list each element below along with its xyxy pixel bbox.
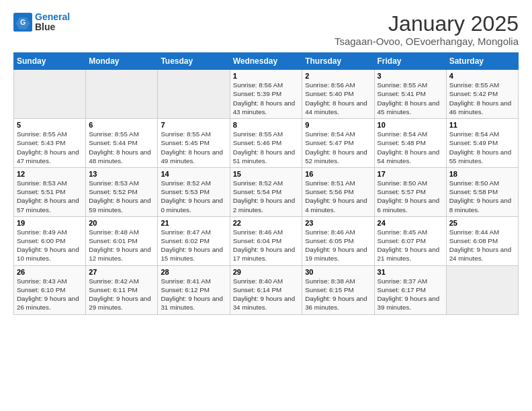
- day-info: Sunrise: 8:55 AMSunset: 5:41 PMDaylight:…: [378, 81, 443, 116]
- table-row: 4 Sunrise: 8:55 AMSunset: 5:42 PMDayligh…: [446, 70, 518, 119]
- day-number: 31: [378, 268, 443, 276]
- table-row: 22 Sunrise: 8:46 AMSunset: 6:04 PMDaylig…: [230, 216, 302, 265]
- day-number: 29: [233, 268, 300, 276]
- day-number: 21: [161, 219, 226, 227]
- day-info: Sunrise: 8:47 AMSunset: 6:02 PMDaylight:…: [161, 228, 226, 263]
- day-number: 1: [233, 72, 300, 80]
- table-row: 25 Sunrise: 8:44 AMSunset: 6:08 PMDaylig…: [446, 216, 518, 265]
- day-info: Sunrise: 8:46 AMSunset: 6:05 PMDaylight:…: [305, 228, 371, 263]
- table-row: 1 Sunrise: 8:56 AMSunset: 5:39 PMDayligh…: [230, 70, 302, 119]
- table-row: 29 Sunrise: 8:40 AMSunset: 6:14 PMDaylig…: [230, 265, 302, 314]
- day-number: 30: [305, 268, 371, 276]
- table-row: 17 Sunrise: 8:50 AMSunset: 5:57 PMDaylig…: [374, 167, 446, 216]
- day-info: Sunrise: 8:44 AMSunset: 6:08 PMDaylight:…: [449, 228, 515, 263]
- table-row: 10 Sunrise: 8:54 AMSunset: 5:48 PMDaylig…: [374, 119, 446, 168]
- day-number: 23: [305, 219, 371, 227]
- logo-line1: General: [35, 11, 70, 22]
- svg-text:G: G: [20, 18, 26, 26]
- day-info: Sunrise: 8:51 AMSunset: 5:56 PMDaylight:…: [305, 179, 371, 214]
- table-row: 21 Sunrise: 8:47 AMSunset: 6:02 PMDaylig…: [158, 216, 230, 265]
- table-row: 7 Sunrise: 8:55 AMSunset: 5:45 PMDayligh…: [158, 119, 230, 168]
- day-info: Sunrise: 8:43 AMSunset: 6:10 PMDaylight:…: [17, 277, 83, 312]
- day-info: Sunrise: 8:41 AMSunset: 6:12 PMDaylight:…: [161, 277, 226, 312]
- logo-line2: Blue: [35, 22, 70, 32]
- calendar: Sunday Monday Tuesday Wednesday Thursday…: [13, 52, 519, 314]
- table-row: 31 Sunrise: 8:37 AMSunset: 6:17 PMDaylig…: [374, 265, 446, 314]
- calendar-header-row: Sunday Monday Tuesday Wednesday Thursday…: [14, 53, 519, 70]
- day-number: 28: [161, 268, 226, 276]
- day-info: Sunrise: 8:55 AMSunset: 5:45 PMDaylight:…: [161, 130, 226, 165]
- table-row: [158, 70, 230, 119]
- day-info: Sunrise: 8:46 AMSunset: 6:04 PMDaylight:…: [233, 228, 300, 263]
- calendar-week-row: 26 Sunrise: 8:43 AMSunset: 6:10 PMDaylig…: [14, 265, 519, 314]
- col-sunday: Sunday: [14, 53, 86, 70]
- table-row: 8 Sunrise: 8:55 AMSunset: 5:46 PMDayligh…: [230, 119, 302, 168]
- day-number: 3: [378, 72, 443, 80]
- table-row: 28 Sunrise: 8:41 AMSunset: 6:12 PMDaylig…: [158, 265, 230, 314]
- day-info: Sunrise: 8:53 AMSunset: 5:52 PMDaylight:…: [89, 179, 154, 214]
- logo-icon: G: [13, 13, 32, 32]
- day-info: Sunrise: 8:38 AMSunset: 6:15 PMDaylight:…: [305, 277, 371, 312]
- day-number: 24: [378, 219, 443, 227]
- calendar-week-row: 12 Sunrise: 8:53 AMSunset: 5:51 PMDaylig…: [14, 167, 519, 216]
- table-row: 13 Sunrise: 8:53 AMSunset: 5:52 PMDaylig…: [86, 167, 158, 216]
- day-number: 2: [305, 72, 371, 80]
- day-info: Sunrise: 8:54 AMSunset: 5:49 PMDaylight:…: [449, 130, 515, 165]
- table-row: [86, 70, 158, 119]
- table-row: 12 Sunrise: 8:53 AMSunset: 5:51 PMDaylig…: [14, 167, 86, 216]
- table-row: 19 Sunrise: 8:49 AMSunset: 6:00 PMDaylig…: [14, 216, 86, 265]
- calendar-week-row: 5 Sunrise: 8:55 AMSunset: 5:43 PMDayligh…: [14, 119, 519, 168]
- table-row: 16 Sunrise: 8:51 AMSunset: 5:56 PMDaylig…: [302, 167, 374, 216]
- day-number: 18: [449, 170, 515, 178]
- day-info: Sunrise: 8:54 AMSunset: 5:47 PMDaylight:…: [305, 130, 371, 165]
- day-number: 5: [17, 121, 83, 129]
- table-row: 11 Sunrise: 8:54 AMSunset: 5:49 PMDaylig…: [446, 119, 518, 168]
- calendar-week-row: 19 Sunrise: 8:49 AMSunset: 6:00 PMDaylig…: [14, 216, 519, 265]
- col-friday: Friday: [374, 53, 446, 70]
- col-saturday: Saturday: [446, 53, 518, 70]
- calendar-week-row: 1 Sunrise: 8:56 AMSunset: 5:39 PMDayligh…: [14, 70, 519, 119]
- day-info: Sunrise: 8:56 AMSunset: 5:39 PMDaylight:…: [233, 81, 300, 116]
- day-info: Sunrise: 8:55 AMSunset: 5:46 PMDaylight:…: [233, 130, 300, 165]
- table-row: 27 Sunrise: 8:42 AMSunset: 6:11 PMDaylig…: [86, 265, 158, 314]
- day-number: 8: [233, 121, 300, 129]
- day-info: Sunrise: 8:55 AMSunset: 5:42 PMDaylight:…: [449, 81, 515, 116]
- day-number: 15: [233, 170, 300, 178]
- table-row: 23 Sunrise: 8:46 AMSunset: 6:05 PMDaylig…: [302, 216, 374, 265]
- day-info: Sunrise: 8:50 AMSunset: 5:57 PMDaylight:…: [378, 179, 443, 214]
- table-row: 14 Sunrise: 8:52 AMSunset: 5:53 PMDaylig…: [158, 167, 230, 216]
- table-row: 30 Sunrise: 8:38 AMSunset: 6:15 PMDaylig…: [302, 265, 374, 314]
- day-info: Sunrise: 8:45 AMSunset: 6:07 PMDaylight:…: [378, 228, 443, 263]
- table-row: [14, 70, 86, 119]
- col-monday: Monday: [86, 53, 158, 70]
- page: G General Blue January 2025 Tsagaan-Ovoo…: [0, 0, 532, 322]
- day-number: 19: [17, 219, 83, 227]
- day-number: 14: [161, 170, 226, 178]
- day-number: 9: [305, 121, 371, 129]
- col-tuesday: Tuesday: [158, 53, 230, 70]
- day-info: Sunrise: 8:56 AMSunset: 5:40 PMDaylight:…: [305, 81, 371, 116]
- day-info: Sunrise: 8:49 AMSunset: 6:00 PMDaylight:…: [17, 228, 83, 263]
- day-info: Sunrise: 8:37 AMSunset: 6:17 PMDaylight:…: [378, 277, 443, 312]
- day-number: 4: [449, 72, 515, 80]
- subtitle: Tsagaan-Ovoo, OEvoerhangay, Mongolia: [335, 36, 519, 47]
- day-number: 7: [161, 121, 226, 129]
- table-row: 5 Sunrise: 8:55 AMSunset: 5:43 PMDayligh…: [14, 119, 86, 168]
- day-number: 26: [17, 268, 83, 276]
- day-info: Sunrise: 8:55 AMSunset: 5:43 PMDaylight:…: [17, 130, 83, 165]
- table-row: 18 Sunrise: 8:50 AMSunset: 5:58 PMDaylig…: [446, 167, 518, 216]
- table-row: 20 Sunrise: 8:48 AMSunset: 6:01 PMDaylig…: [86, 216, 158, 265]
- table-row: 6 Sunrise: 8:55 AMSunset: 5:44 PMDayligh…: [86, 119, 158, 168]
- day-info: Sunrise: 8:54 AMSunset: 5:48 PMDaylight:…: [378, 130, 443, 165]
- day-info: Sunrise: 8:50 AMSunset: 5:58 PMDaylight:…: [449, 179, 515, 214]
- day-number: 25: [449, 219, 515, 227]
- logo: G General Blue: [13, 12, 70, 33]
- day-info: Sunrise: 8:55 AMSunset: 5:44 PMDaylight:…: [89, 130, 154, 165]
- day-number: 17: [378, 170, 443, 178]
- day-info: Sunrise: 8:40 AMSunset: 6:14 PMDaylight:…: [233, 277, 300, 312]
- day-number: 20: [89, 219, 154, 227]
- day-number: 27: [89, 268, 154, 276]
- table-row: 24 Sunrise: 8:45 AMSunset: 6:07 PMDaylig…: [374, 216, 446, 265]
- table-row: [446, 265, 518, 314]
- col-wednesday: Wednesday: [230, 53, 302, 70]
